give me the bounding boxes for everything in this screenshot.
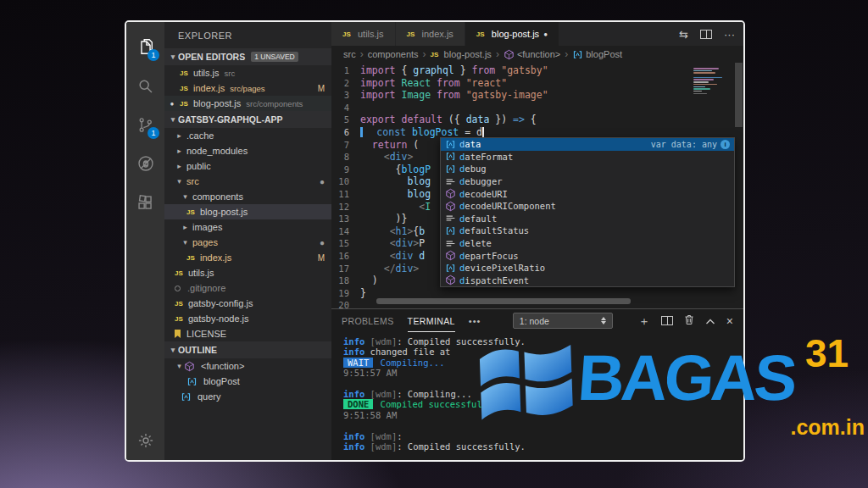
tree-item-gatsby-config-js[interactable]: JSgatsby-config.js — [164, 296, 331, 311]
tree-item-blog-post-js[interactable]: JSblog-post.js — [164, 204, 331, 219]
activity-debug-icon[interactable] — [126, 144, 164, 183]
terminal-output[interactable]: info [wdm]: Compiled successfully.info c… — [331, 332, 743, 460]
suggest-item-departfocus[interactable]: departFocus — [441, 249, 734, 262]
suggest-item-defaultstatus[interactable]: defaultStatus — [441, 225, 734, 237]
breadcrumb-label: blogPost — [586, 49, 622, 59]
breadcrumb-function[interactable]: <function> — [504, 49, 560, 60]
suggest-item-default[interactable]: default — [441, 213, 734, 225]
suggest-label: decodeURI — [459, 189, 508, 199]
file-name: utils.js — [193, 68, 220, 78]
outline-header[interactable]: ▾ OUTLINE — [164, 341, 331, 358]
line-number: 5 — [331, 114, 360, 126]
tab-problems[interactable]: PROBLEMS — [342, 309, 394, 332]
minimap[interactable] — [693, 68, 732, 127]
open-editor-blog-post-js[interactable]: ●JSblog-post.jssrc/components — [164, 96, 331, 111]
tree-item-utils-js[interactable]: JSutils.js — [164, 265, 331, 280]
breadcrumb-blog-post-js[interactable]: JSblog-post.js — [431, 49, 492, 59]
breadcrumb: src›components›JSblog-post.js›<function>… — [331, 46, 743, 63]
vscode-window: 11 EXPLORER ▾ OPEN EDITORS 1 UNSAVED JSu… — [125, 20, 745, 462]
chevron-down-icon: ▾ — [168, 115, 178, 124]
open-changes-icon[interactable]: ⇆ — [679, 29, 688, 40]
tab-terminal[interactable]: TERMINAL — [408, 309, 455, 332]
code-editor[interactable]: 1import { graphql } from "gatsby"2import… — [331, 63, 743, 308]
tree-item-index-js[interactable]: JSindex.jsM — [164, 250, 331, 265]
method-icon — [445, 188, 457, 199]
suggest-label: debugger — [459, 176, 503, 186]
tree-item-public[interactable]: ▸public — [164, 158, 331, 174]
line-number: 10 — [331, 175, 360, 188]
vertical-scrollbar[interactable] — [735, 63, 743, 127]
activity-explorer-icon[interactable]: 1 — [126, 27, 164, 66]
maximize-panel-icon[interactable] — [705, 315, 715, 327]
tree-item-components[interactable]: ▾components — [164, 189, 331, 204]
more-actions-icon[interactable]: ··· — [724, 29, 735, 40]
open-editor-utils-js[interactable]: JSutils.jssrc — [164, 65, 331, 80]
modified-dot: ● — [320, 177, 325, 186]
suggest-item-dispatchevent[interactable]: dispatchEvent — [441, 274, 734, 287]
code-text: <div>P — [360, 237, 425, 250]
new-terminal-icon[interactable]: ＋ — [638, 315, 650, 327]
close-panel-icon[interactable]: × — [726, 315, 733, 327]
split-editor-icon[interactable] — [700, 30, 712, 39]
suggest-item-debug[interactable]: debug — [441, 163, 734, 175]
suggest-item-devicepixelratio[interactable]: devicePixelRatio — [441, 262, 734, 274]
outline-item-query[interactable]: query — [164, 389, 331, 404]
tab-bar: JSutils.jsJSindex.jsJSblog-post.js● ⇆ ··… — [331, 22, 743, 46]
git-status: M — [318, 84, 325, 93]
terminal-select[interactable]: 1: node — [513, 313, 613, 329]
breadcrumb-components[interactable]: components — [368, 49, 419, 59]
activity-source-control-icon[interactable]: 1 — [126, 105, 164, 144]
tree-item-images[interactable]: ▸images — [164, 219, 331, 235]
tree-item-gitignore[interactable]: .gitignore — [164, 280, 331, 296]
code-line-4[interactable]: 4 — [331, 102, 743, 114]
kill-terminal-icon[interactable] — [684, 314, 694, 327]
tree-item-pages[interactable]: ▾pages● — [164, 235, 331, 250]
item-name: public — [186, 161, 211, 171]
item-name: images — [192, 222, 222, 232]
suggest-item-debugger[interactable]: debugger — [441, 175, 734, 188]
tree-item-node-modules[interactable]: ▸node_modules — [164, 143, 331, 158]
suggest-item-decodeuri[interactable]: decodeURI — [441, 187, 734, 200]
keyword-icon — [445, 213, 457, 224]
breadcrumb-label: src — [343, 49, 356, 59]
activity-search-icon[interactable] — [126, 66, 164, 105]
project-header[interactable]: ▾ GATSBY-GRAPHQL-APP — [164, 111, 331, 128]
tree-item-license[interactable]: LICENSE — [164, 326, 331, 341]
line-number: 20 — [331, 299, 360, 308]
split-terminal-icon[interactable] — [661, 316, 673, 325]
suggest-label: delete — [459, 238, 492, 248]
item-name: src — [186, 176, 199, 186]
code-text: blog — [360, 188, 431, 201]
file-name: index.js — [193, 83, 225, 93]
line-number: 9 — [331, 164, 360, 176]
horizontal-scrollbar[interactable] — [376, 298, 631, 304]
code-line-2[interactable]: 2import React from "react" — [331, 77, 743, 90]
tree-item-src[interactable]: ▾src● — [164, 174, 331, 189]
tree-item-cache[interactable]: ▸.cache — [164, 128, 331, 143]
line-number: 6 — [331, 126, 360, 139]
code-line-1[interactable]: 1import { graphql } from "gatsby" — [331, 64, 743, 77]
code-line-3[interactable]: 3import Image from "gatsby-image" — [331, 89, 743, 102]
panel-more-icon[interactable]: ••• — [469, 316, 481, 326]
outline-item-function[interactable]: ▾<function> — [164, 358, 331, 374]
activity-settings-icon[interactable] — [126, 421, 164, 460]
activity-extensions-icon[interactable] — [126, 183, 164, 222]
outline-item-blogpost[interactable]: blogPost — [164, 374, 331, 389]
code-text: ) — [360, 274, 378, 287]
open-editor-index-js[interactable]: JSindex.jssrc/pagesM — [164, 80, 331, 96]
suggest-item-dateformat[interactable]: dateFormat — [441, 151, 734, 164]
suggest-item-data[interactable]: datavar data: anyi — [441, 138, 734, 151]
tab-blog-post-js[interactable]: JSblog-post.js● — [465, 22, 559, 46]
suggest-item-decodeuricomponent[interactable]: decodeURIComponent — [441, 200, 734, 213]
modified-dot: ● — [320, 238, 325, 247]
breadcrumb-src[interactable]: src — [343, 49, 356, 59]
breadcrumb-blogpost[interactable]: blogPost — [572, 49, 622, 60]
tab-utils-js[interactable]: JSutils.js — [331, 22, 396, 46]
suggest-item-delete[interactable]: delete — [441, 237, 734, 250]
keyword-icon — [445, 238, 457, 249]
tab-index-js[interactable]: JSindex.js — [396, 22, 465, 46]
open-editors-header[interactable]: ▾ OPEN EDITORS 1 UNSAVED — [164, 48, 331, 65]
info-icon[interactable]: i — [721, 140, 730, 149]
code-line-5[interactable]: 5export default ({ data }) => { — [331, 114, 743, 126]
tree-item-gatsby-node-js[interactable]: JSgatsby-node.js — [164, 311, 331, 326]
